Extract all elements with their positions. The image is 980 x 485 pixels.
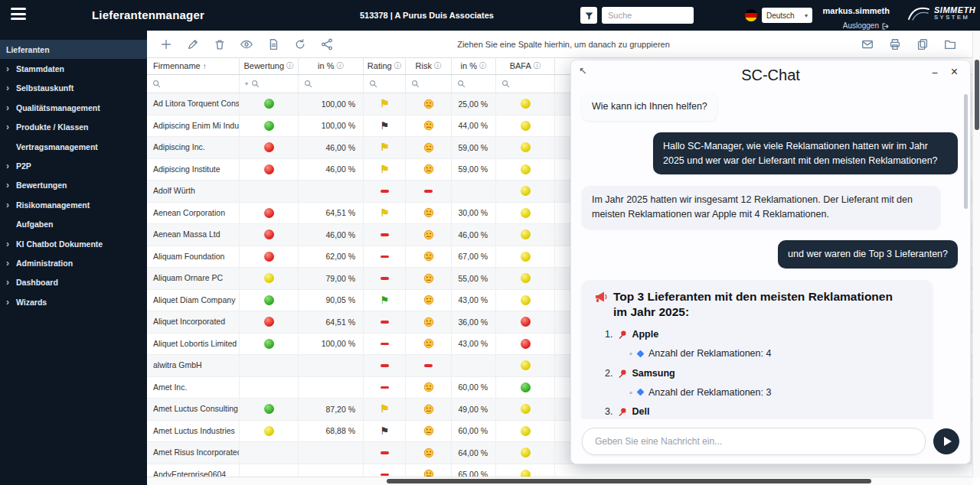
sidebar-item-lieferanten[interactable]: Lieferanten [0, 40, 147, 59]
search-icon[interactable] [251, 80, 260, 88]
sidebar-item-aufgaben[interactable]: Aufgaben [0, 215, 147, 234]
group-by-drop-zone[interactable]: Ziehen Sie eine Spalte hierhin, um danac… [457, 40, 670, 49]
column-header-bewertung-1[interactable]: Bewertungⓘ [240, 57, 299, 74]
bot-message-greeting: Wie kann ich Ihnen helfen? [582, 93, 717, 121]
sidebar-item-label: Produkte / Klassen [16, 122, 89, 132]
close-icon[interactable]: × [951, 65, 958, 79]
chevron-right-icon: › [6, 259, 12, 268]
risk-neutral-face-icon [423, 338, 434, 349]
sidebar-item-qualit-tsmanagement[interactable]: ›Qualitätsmanagement [0, 98, 147, 117]
info-icon[interactable]: ⓘ [434, 61, 442, 71]
sidebar-item-label: Selbstauskunft [16, 83, 74, 93]
info-icon[interactable]: ⓘ [479, 61, 487, 71]
company-name: Adipiscing Institute [147, 159, 220, 181]
info-icon[interactable]: ⓘ [394, 61, 402, 71]
delete-icon[interactable] [213, 37, 227, 51]
sidebar-item-risikomanagement[interactable]: ›Risikomanagement [0, 195, 147, 214]
status-dot-red [264, 229, 274, 239]
sidebar-item-vertragsmanagement[interactable]: Vertragsmanagement [0, 137, 147, 156]
cell-bafa [496, 224, 555, 246]
chat-scrollbar[interactable] [964, 94, 968, 209]
company-name: Amet Inc. [147, 377, 187, 399]
edit-icon[interactable] [186, 37, 200, 51]
column-header-risk-4[interactable]: Riskⓘ [406, 57, 452, 74]
sidebar-item-produkte-klassen[interactable]: ›Produkte / Klassen [0, 118, 147, 137]
add-icon[interactable] [159, 37, 173, 51]
company-name: Ad Litora Torquent Consulti... [147, 93, 240, 115]
dropdown-caret-icon[interactable]: ▾ [245, 80, 248, 87]
global-search-input[interactable] [602, 7, 694, 24]
chevron-right-icon: › [6, 103, 12, 112]
sidebar-item-administration[interactable]: ›Administration [0, 253, 147, 272]
column-header-bafa-6[interactable]: BAFAⓘ [496, 57, 555, 74]
cell-risk-percent: 25,00 % [452, 93, 496, 115]
view-icon[interactable] [240, 37, 253, 51]
filter-cell-6[interactable] [496, 75, 555, 93]
column-header-rating-3[interactable]: Ratingⓘ [364, 57, 406, 74]
sidebar-item-stammdaten[interactable]: ›Stammdaten [0, 59, 147, 78]
filter-cell-2[interactable] [299, 75, 364, 93]
share-icon[interactable] [320, 37, 334, 51]
dash-icon [381, 190, 389, 193]
document-icon[interactable] [266, 37, 280, 51]
filter-cell-0[interactable] [147, 75, 240, 93]
risk-neutral-face-icon [423, 120, 434, 131]
german-flag-icon [745, 9, 757, 21]
filter-cell-1[interactable]: ▾ [240, 75, 299, 93]
folder-icon[interactable] [943, 37, 957, 51]
cell-bewertung-percent: 87,20 % [299, 399, 364, 420]
print-icon[interactable] [888, 37, 902, 51]
logout-button[interactable]: Ausloggen [843, 21, 890, 31]
info-icon[interactable]: ⓘ [336, 61, 344, 71]
cell-rating: ⚑ [364, 203, 406, 224]
send-button[interactable] [933, 428, 959, 454]
search-icon[interactable] [457, 80, 466, 88]
search-icon[interactable] [369, 80, 377, 88]
language-select[interactable]: Deutsch ▾ [762, 8, 812, 23]
cell-rating [364, 311, 406, 333]
sidebar-item-dashboard[interactable]: ›Dashboard [0, 273, 147, 292]
column-header-in--5[interactable]: in %ⓘ [452, 57, 496, 74]
cell-risk-percent: 59,00 % [452, 159, 496, 181]
vertical-scrollbar-thumb[interactable] [975, 60, 979, 130]
cell-rating: ⚑ [364, 137, 406, 158]
sidebar-item-label: Qualitätsmanagement [16, 103, 100, 112]
info-icon[interactable]: ⓘ [286, 61, 294, 71]
sidebar-item-p2p[interactable]: ›P2P [0, 156, 147, 175]
search-icon[interactable] [304, 80, 312, 88]
chat-input[interactable] [582, 428, 926, 455]
sidebar-item-selbstauskunft[interactable]: ›Selbstauskunft [0, 79, 147, 98]
cell-risk-percent: 60,00 % [452, 377, 496, 399]
company-name: Aliquet Diam Company [147, 290, 235, 311]
refresh-icon[interactable] [293, 37, 307, 51]
sidebar-item-label: Dashboard [16, 278, 58, 287]
search-icon[interactable] [501, 80, 510, 88]
horizontal-scrollbar-thumb[interactable] [387, 479, 871, 483]
mail-icon[interactable] [861, 37, 874, 51]
sidebar-item-wizards[interactable]: ›Wizards [0, 292, 147, 311]
hamburger-menu-icon[interactable] [11, 8, 26, 21]
risk-neutral-face-icon [423, 229, 434, 240]
sidebar-item-bewertungen[interactable]: ›Bewertungen [0, 176, 147, 195]
user-message: und wer waren die Top 3 Lieferanten? [778, 240, 958, 269]
resize-handle-icon[interactable]: ↖ [579, 65, 587, 76]
filter-cell-5[interactable] [452, 75, 496, 93]
search-icon[interactable] [152, 80, 161, 88]
filter-cell-4[interactable] [406, 75, 452, 93]
toolbar-right-icons [861, 37, 980, 51]
dash-icon [381, 233, 389, 236]
minimize-icon[interactable]: − [932, 67, 938, 79]
column-header-firmenname-0[interactable]: Firmenname↑ [147, 57, 240, 74]
filter-button[interactable] [580, 7, 597, 24]
column-header-in--2[interactable]: in %ⓘ [299, 57, 364, 74]
cell-bewertung [240, 246, 299, 268]
cell-rating: ⚑ [364, 116, 406, 137]
search-icon[interactable] [411, 80, 420, 88]
sidebar-item-ki-chatbot-dokumente[interactable]: ›KI Chatbot Dokumente [0, 234, 147, 253]
cell-risk [406, 311, 452, 333]
cell-rating: ⚑ [364, 93, 406, 115]
filter-cell-3[interactable] [364, 75, 406, 93]
pushpin-icon [617, 369, 627, 379]
info-icon[interactable]: ⓘ [534, 61, 541, 71]
copy-icon[interactable] [916, 37, 929, 51]
